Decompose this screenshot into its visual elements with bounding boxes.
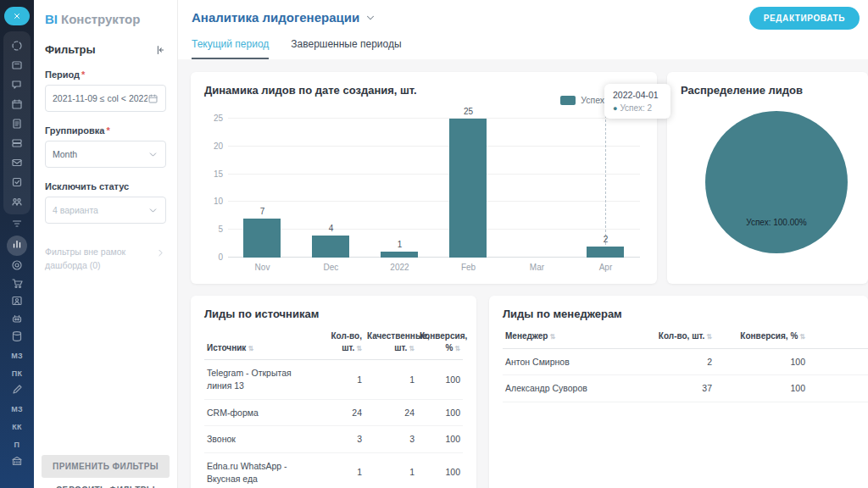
app-root: МЗПКМЗККП BIКонструктор Фильтры Период* … bbox=[0, 0, 868, 488]
bar[interactable] bbox=[449, 119, 487, 258]
table-row: Александр Суворов37100 bbox=[503, 375, 868, 402]
bar[interactable] bbox=[381, 252, 418, 258]
chevron-down-icon bbox=[147, 205, 159, 216]
sort-icon: ⇅ bbox=[248, 345, 253, 352]
bar-value-label: 4 bbox=[297, 224, 365, 233]
tasks-icon[interactable] bbox=[10, 172, 24, 191]
chevron-down-icon bbox=[147, 149, 159, 160]
column-header[interactable]: Качественные, шт.⇅ bbox=[364, 325, 417, 360]
tab-finished-periods[interactable]: Завершенные периоды bbox=[291, 38, 401, 59]
filters-title: Фильтры bbox=[45, 43, 96, 56]
mail-icon[interactable] bbox=[10, 152, 24, 172]
exclude-status-select[interactable]: 4 варианта bbox=[45, 197, 166, 224]
workspace-shortcut[interactable]: КК bbox=[5, 418, 29, 435]
cell: Edna.ru WhatsApp - Вкусная еда bbox=[204, 453, 319, 488]
table-row: Edna.ru WhatsApp - Вкусная еда11100 bbox=[204, 453, 463, 488]
rail-item bbox=[5, 293, 29, 311]
legend-swatch bbox=[560, 96, 576, 105]
topbar: Аналитика лидогенерации Текущий период З… bbox=[178, 0, 868, 59]
dashboard-content: Динамика лидов по дате создания, шт. Усп… bbox=[178, 59, 868, 488]
calendar-icon bbox=[147, 93, 159, 104]
cell: 1 bbox=[364, 453, 417, 488]
dashboard-title-dropdown[interactable]: Аналитика лидогенерации bbox=[192, 0, 376, 25]
database-icon[interactable] bbox=[10, 330, 24, 347]
pen-icon[interactable] bbox=[10, 383, 24, 400]
managers-table-card: Лиды по менеджерам Менеджер⇅Кол-во, шт.⇅… bbox=[489, 296, 868, 488]
bar[interactable] bbox=[243, 219, 281, 258]
workspace-shortcut[interactable]: МЗ bbox=[5, 400, 29, 418]
bar-value-label: 2 bbox=[571, 235, 640, 244]
column-header[interactable]: Кол-во, шт.⇅ bbox=[319, 325, 364, 360]
workspace-shortcut[interactable]: П bbox=[5, 435, 29, 453]
kanban-icon[interactable] bbox=[10, 55, 24, 75]
grouping-value: Month bbox=[53, 149, 77, 159]
sources-table-title: Лиды по источникам bbox=[204, 308, 463, 320]
column-header[interactable]: Менеджер⇅ bbox=[503, 325, 647, 348]
integrations-icon[interactable] bbox=[10, 36, 24, 55]
column-header[interactable]: Кол-во, шт.⇅ bbox=[647, 325, 715, 348]
exclude-status-label: Исключить статус bbox=[45, 181, 166, 191]
table-row: Telegram - Открытая линия 1311100 bbox=[204, 360, 463, 399]
outside-filters-link[interactable]: Фильтры вне рамок дашборда (0) bbox=[45, 246, 166, 273]
filters-footer: ПРИМЕНИТЬ ФИЛЬТРЫ СБРОСИТЬ ФИЛЬТРЫ bbox=[34, 455, 177, 488]
y-tick-label: 20 bbox=[204, 141, 223, 151]
building-icon[interactable] bbox=[10, 454, 24, 471]
cell: 24 bbox=[364, 399, 417, 426]
chart-legend[interactable]: Успех bbox=[560, 95, 604, 105]
rail-icon-group bbox=[3, 31, 31, 214]
bar[interactable] bbox=[312, 236, 349, 258]
table-row: Звонок33100 bbox=[204, 426, 463, 453]
app-rail: МЗПКМЗККП bbox=[0, 0, 34, 488]
column-header[interactable]: Источник⇅ bbox=[204, 325, 319, 360]
bar[interactable] bbox=[587, 247, 624, 258]
sort-icon: ⇅ bbox=[356, 345, 362, 352]
grouping-select[interactable]: Month bbox=[45, 141, 166, 168]
pie-slice[interactable] bbox=[705, 111, 848, 253]
x-tick-label: 2022 bbox=[365, 263, 434, 272]
edit-button[interactable]: РЕДАКТИРОВАТЬ bbox=[749, 7, 860, 30]
rail-item bbox=[5, 311, 29, 329]
workspace-shortcut[interactable]: ПК bbox=[5, 364, 29, 382]
table-row: CRM-форма2424100 bbox=[204, 399, 463, 426]
cell: 100 bbox=[417, 360, 463, 399]
workspace-shortcut[interactable]: МЗ bbox=[5, 347, 29, 364]
robot-icon[interactable] bbox=[10, 312, 24, 329]
period-value: 2021-11-09 ≤ col < 2022-... bbox=[53, 93, 147, 103]
x-axis: NovDec2022FebMarApr bbox=[228, 263, 640, 274]
contacts-icon[interactable] bbox=[10, 294, 24, 311]
collapse-panel-icon[interactable] bbox=[154, 44, 166, 56]
main-area: Аналитика лидогенерации Текущий период З… bbox=[178, 0, 868, 488]
document-icon[interactable] bbox=[10, 114, 24, 133]
calendar-icon[interactable] bbox=[10, 94, 24, 114]
chat-icon[interactable] bbox=[10, 75, 24, 94]
target-icon[interactable] bbox=[10, 258, 24, 275]
logo-name: Конструктор bbox=[61, 12, 140, 26]
cart-icon[interactable] bbox=[10, 276, 24, 293]
column-header[interactable]: Конверсия, %⇅ bbox=[715, 325, 808, 348]
cell: 100 bbox=[417, 399, 463, 426]
period-input[interactable]: 2021-11-09 ≤ col < 2022-... bbox=[45, 85, 166, 112]
cell: Антон Смирнов bbox=[503, 348, 647, 375]
cell: 3 bbox=[364, 426, 417, 453]
sort-icon: ⇅ bbox=[799, 333, 805, 341]
archive-icon[interactable] bbox=[10, 133, 24, 152]
column-header[interactable]: Конверсия, %⇅ bbox=[417, 325, 463, 360]
cell: 2 bbox=[647, 348, 715, 375]
column-header[interactable]: Качественные, шт.⇅ bbox=[808, 325, 868, 348]
cell: 100 bbox=[715, 348, 808, 375]
tab-current-period[interactable]: Текущий период bbox=[192, 38, 269, 59]
close-button[interactable] bbox=[4, 7, 30, 25]
cell bbox=[808, 375, 868, 402]
filter-icon[interactable] bbox=[10, 217, 24, 234]
bar-slot bbox=[503, 119, 571, 258]
x-tick-label: Nov bbox=[228, 263, 297, 272]
bar-chart-icon[interactable] bbox=[10, 237, 24, 254]
rail-item bbox=[5, 382, 29, 400]
bar-slot: 1 bbox=[365, 119, 434, 258]
sort-icon: ⇅ bbox=[454, 345, 460, 352]
apply-filters-button[interactable]: ПРИМЕНИТЬ ФИЛЬТРЫ bbox=[42, 455, 170, 478]
sort-icon: ⇅ bbox=[409, 345, 415, 352]
y-tick-label: 15 bbox=[204, 169, 223, 179]
cell: 1 bbox=[319, 453, 364, 488]
people-icon[interactable] bbox=[10, 191, 24, 211]
